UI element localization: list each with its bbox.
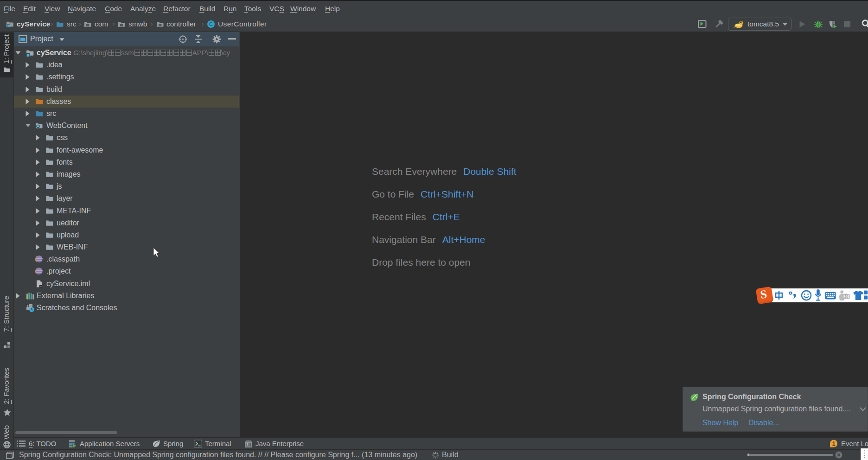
svg-text:C: C	[209, 21, 213, 27]
svg-text:20: 20	[844, 294, 848, 299]
svg-text:1: 1	[832, 441, 836, 447]
